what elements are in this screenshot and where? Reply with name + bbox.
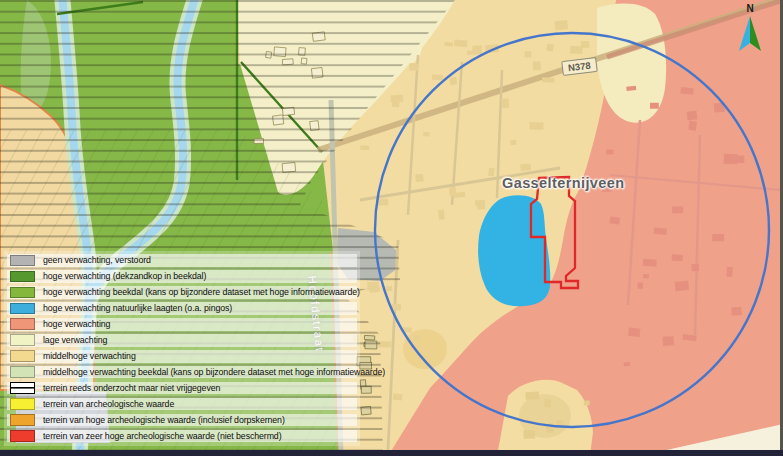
legend-label: hoge verwachting beekdal (kans op bijzon… (43, 287, 360, 297)
legend-item: lage verwachting (7, 334, 357, 347)
town-label: Gasselternijveen (502, 175, 624, 191)
building (423, 132, 429, 136)
legend-label: geen verwachting, verstoord (43, 255, 151, 265)
legend-label: hoge verwachting (dekzandkop in beekdal) (43, 271, 206, 281)
building (663, 336, 674, 346)
legend-swatch (10, 366, 35, 378)
building (570, 46, 583, 54)
legend-swatch (10, 271, 35, 283)
building (510, 140, 516, 146)
building (390, 95, 403, 103)
building (544, 399, 551, 408)
map-legend: geen verwachting, verstoordhoge verwacht… (4, 251, 360, 446)
map-viewport[interactable]: Gasselternijveen N378 Hoofdstraat N geen… (0, 0, 783, 456)
building (392, 304, 401, 311)
legend-swatch (10, 350, 35, 362)
building (533, 61, 541, 70)
legend-item: terrein van hoge archeologische waarde (… (7, 414, 357, 427)
compass-needle-icon (735, 14, 765, 56)
legend-label: terrein van zeer hoge archeologische waa… (43, 431, 282, 441)
building (609, 217, 620, 225)
legend-item: middelhoge verwachting (7, 350, 357, 363)
building (360, 146, 369, 150)
building (524, 430, 536, 439)
legend-swatch (10, 255, 35, 267)
building (444, 42, 453, 47)
building (726, 267, 733, 277)
building (415, 174, 423, 182)
legend-item: terrein van archeologische waarde (7, 398, 357, 411)
building (554, 20, 568, 31)
building (386, 286, 393, 291)
building (643, 259, 657, 267)
building (724, 154, 738, 164)
legend-label: terrein reeds onderzocht maar niet vrijg… (43, 383, 220, 393)
building (525, 51, 532, 57)
legend-swatch (10, 382, 35, 394)
building (637, 283, 643, 289)
legend-rows: geen verwachting, verstoordhoge verwacht… (7, 254, 357, 442)
legend-label: terrein van hoge archeologische waarde (… (43, 415, 285, 425)
building (467, 50, 480, 55)
legend-label: hoge verwachting natuurlijke laagten (o.… (43, 303, 232, 313)
legend-label: middelhoge verwachting beekdal (kans op … (43, 367, 385, 377)
legend-label: terrein van archeologische waarde (43, 399, 174, 409)
building (680, 87, 693, 95)
building (529, 122, 543, 130)
legend-item: terrein reeds onderzocht maar niet vrijg… (7, 382, 357, 395)
legend-swatch (10, 430, 35, 442)
legend-label: lage verwachting (43, 335, 107, 345)
legend-item: hoge verwachting (dekzandkop in beekdal) (7, 270, 357, 283)
building (584, 401, 590, 406)
building (501, 98, 509, 108)
building (438, 210, 445, 220)
region-pingo-lake (478, 195, 550, 306)
building (606, 149, 614, 154)
building (628, 327, 640, 337)
building (488, 168, 495, 177)
building (653, 227, 666, 235)
building (672, 254, 683, 261)
legend-swatch (10, 303, 35, 315)
building (556, 420, 563, 425)
map-frame-bottom (0, 450, 783, 456)
building (650, 103, 659, 109)
building (692, 264, 700, 271)
legend-swatch (10, 287, 35, 299)
building (525, 392, 539, 400)
building (479, 200, 485, 209)
legend-swatch (10, 414, 35, 426)
building (432, 74, 444, 80)
building (581, 41, 589, 48)
north-arrow: N (727, 4, 773, 60)
building (624, 362, 631, 367)
building (454, 39, 468, 47)
region-tan-blob-center (403, 329, 447, 369)
building (542, 77, 555, 83)
legend-label: middelhoge verwachting (43, 351, 136, 361)
building (712, 234, 724, 241)
building (675, 281, 689, 292)
building (546, 44, 553, 52)
legend-swatch (10, 318, 35, 330)
building (449, 77, 457, 85)
building (414, 335, 420, 341)
building (672, 206, 683, 213)
building (731, 307, 742, 316)
legend-item: middelhoge verwachting beekdal (kans op … (7, 366, 357, 379)
legend-label: hoge verwachting (43, 319, 110, 329)
legend-swatch (10, 334, 35, 346)
legend-item: geen verwachting, verstoord (7, 254, 357, 267)
building (688, 121, 697, 131)
building (409, 63, 418, 71)
building (643, 274, 649, 279)
compass-n-label: N (727, 4, 773, 14)
building (687, 111, 698, 121)
legend-item: hoge verwachting (7, 318, 357, 331)
legend-item: hoge verwachting natuurlijke laagten (o.… (7, 302, 357, 315)
building (393, 394, 403, 401)
legend-item: terrein van zeer hoge archeologische waa… (7, 430, 357, 443)
legend-swatch (10, 398, 35, 410)
building (520, 163, 531, 171)
legend-item: hoge verwachting beekdal (kans op bijzon… (7, 286, 357, 299)
